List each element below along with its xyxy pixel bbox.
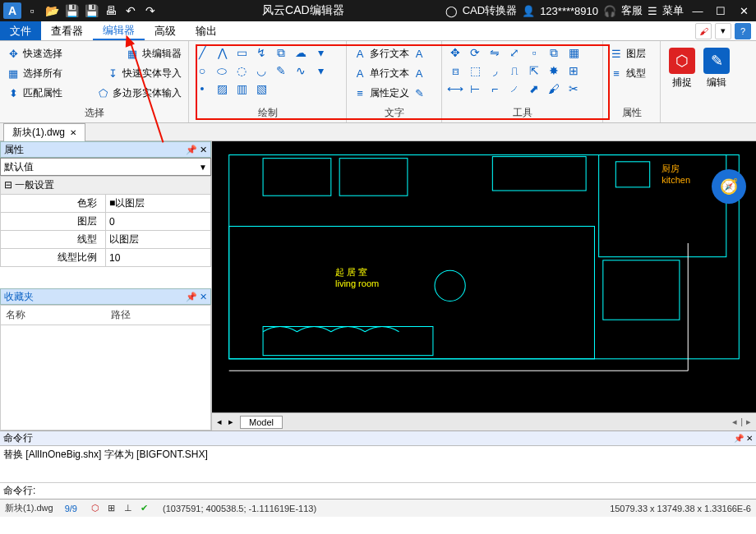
document-tab[interactable]: 新块(1).dwg✕ [3, 123, 85, 141]
polyline-icon[interactable]: ⋀ [214, 44, 230, 61]
cmd-pin-icon[interactable]: 📌 ✕ [734, 434, 753, 443]
tab-next-icon[interactable]: ▸ [228, 417, 233, 427]
style-icon[interactable]: 🖌 [695, 23, 712, 39]
move-icon[interactable]: ✥ [447, 44, 463, 61]
offset-icon[interactable]: ⧈ [447, 62, 463, 79]
group-icon[interactable]: ▦ [565, 44, 582, 61]
paint-icon[interactable]: 🖌 [546, 81, 562, 97]
line-icon[interactable]: ╱ [194, 44, 210, 61]
more-draw-icon[interactable]: ▾ [312, 44, 329, 61]
select-all[interactable]: ▦选择所有 [5, 64, 64, 82]
spline-icon[interactable]: ∿ [293, 62, 309, 79]
attrdef[interactable]: ≡属性定义✎ [352, 84, 436, 102]
undo-icon[interactable]: ↶ [122, 2, 140, 19]
scroll-left-icon[interactable]: ◂ [732, 417, 737, 427]
command-input[interactable]: 命令行: [0, 482, 756, 499]
ring-icon[interactable]: ◌ [233, 62, 250, 79]
new-icon[interactable]: ▫ [23, 2, 41, 19]
redo-icon[interactable]: ↷ [141, 2, 159, 19]
dropdown-icon[interactable]: ▾ [715, 23, 731, 39]
minimize-button[interactable]: — [689, 5, 707, 17]
rotate-icon[interactable]: ⟳ [467, 44, 483, 61]
mtext[interactable]: A多行文本A [352, 44, 436, 62]
dim2-icon[interactable]: ⊢ [467, 81, 483, 97]
break-icon[interactable]: ⎍ [506, 62, 523, 79]
tab-output[interactable]: 输出 [186, 21, 227, 40]
polygon-input[interactable]: ⬠多边形实体输入 [94, 84, 183, 102]
match-props[interactable]: ⬍匹配属性 [5, 84, 64, 102]
close-button[interactable]: ✕ [735, 5, 753, 17]
dim5-icon[interactable]: ⬈ [526, 81, 542, 97]
dim1-icon[interactable]: ⟷ [447, 81, 463, 97]
explode-icon[interactable]: ✸ [546, 62, 562, 79]
tab-prev-icon[interactable]: ◂ [217, 417, 222, 427]
join-icon[interactable]: ⇱ [526, 62, 542, 79]
ellipse-icon[interactable]: ⬭ [214, 62, 230, 79]
prop-group[interactable]: ⊟ 一般设置 [1, 177, 211, 195]
extend-icon[interactable]: ⬚ [467, 62, 483, 79]
clip-icon[interactable]: ✂ [565, 81, 582, 97]
mask-icon[interactable]: ▧ [253, 81, 270, 97]
prop-color[interactable]: ■以图层 [106, 195, 211, 213]
dim4-icon[interactable]: ⟋ [506, 81, 523, 97]
edit-button[interactable]: ✎编辑 [700, 44, 733, 107]
maximize-button[interactable]: ☐ [712, 5, 730, 17]
main-menu[interactable]: 菜单 [662, 3, 684, 18]
user-avatar-icon[interactable]: 👤 [522, 5, 535, 17]
model-tab[interactable]: Model [240, 416, 283, 429]
stext[interactable]: A单行文本A [352, 64, 436, 82]
print-icon[interactable]: 🖶 [102, 2, 120, 19]
osnap-status-icon[interactable]: ✔ [138, 503, 151, 513]
array-icon[interactable]: ⊞ [565, 62, 582, 79]
drawing-canvas[interactable]: 起 居 室living room 厨房kitchen 🧭 [212, 141, 756, 412]
pin-icon[interactable]: 📌 ✕ [186, 145, 207, 155]
arrow-icon[interactable]: ↯ [253, 44, 270, 61]
arc-icon[interactable]: ◡ [253, 62, 270, 79]
menu-icon[interactable]: ☰ [648, 5, 657, 17]
tab-advanced[interactable]: 高级 [145, 21, 186, 40]
support-icon[interactable]: 🎧 [603, 5, 616, 17]
converter-link[interactable]: CAD转换器 [463, 3, 517, 18]
saveas-icon[interactable]: 💾 [82, 2, 100, 19]
pen-icon[interactable]: ✎ [273, 62, 289, 79]
scale-icon[interactable]: ⤢ [506, 44, 523, 61]
tab-editor[interactable]: 编辑器 [93, 21, 145, 40]
trim-icon[interactable]: ▫ [526, 44, 542, 61]
circle-icon[interactable]: ○ [194, 62, 210, 79]
hatch-icon[interactable]: ▨ [214, 81, 230, 97]
prop-ltype[interactable]: 以图层 [106, 231, 211, 249]
tab-viewer[interactable]: 查看器 [41, 21, 93, 40]
mirror-icon[interactable]: ⇋ [486, 44, 503, 61]
copy-icon[interactable]: ⧉ [273, 44, 289, 61]
dim3-icon[interactable]: ⌐ [486, 81, 503, 97]
point-icon[interactable]: • [194, 81, 210, 97]
snap-button[interactable]: ⬡捕捉 [666, 44, 698, 107]
save-icon[interactable]: 💾 [62, 2, 81, 19]
prop-layer[interactable]: 0 [106, 213, 211, 231]
fav-pin-icon[interactable]: 📌 ✕ [186, 292, 207, 302]
scroll-right-icon[interactable]: ▸ [746, 417, 751, 427]
region-icon[interactable]: ▥ [233, 81, 250, 97]
tab-close-icon[interactable]: ✕ [70, 128, 76, 137]
layer-icon[interactable]: ⧉ [546, 44, 562, 61]
help-icon[interactable]: ? [735, 23, 751, 39]
open-icon[interactable]: 📂 [43, 2, 61, 19]
compass-icon[interactable]: 🧭 [712, 169, 746, 204]
quick-import[interactable]: ↧快速实体导入 [104, 64, 183, 82]
rect-icon[interactable]: ▭ [233, 44, 250, 61]
tab-file[interactable]: 文件 [0, 21, 41, 40]
fillet-icon[interactable]: ◞ [486, 62, 503, 79]
ortho-status-icon[interactable]: ⊥ [122, 503, 135, 513]
more-curve-icon[interactable]: ▾ [312, 62, 329, 79]
snap-status-icon[interactable]: ⬡ [89, 503, 102, 513]
grid-status-icon[interactable]: ⊞ [105, 503, 118, 513]
linetype[interactable]: ≡线型 [608, 64, 655, 82]
layers[interactable]: ☰图层 [608, 44, 655, 62]
props-filter[interactable]: 默认值▼ [0, 158, 211, 176]
quick-select[interactable]: ✥快速选择 [5, 44, 64, 62]
prop-ltscale[interactable]: 10 [106, 249, 211, 267]
converter-icon[interactable]: ◯ [445, 5, 458, 17]
block-editor[interactable]: ▦块编辑器 [124, 44, 183, 62]
cloud-icon[interactable]: ☁ [293, 44, 309, 61]
support-link[interactable]: 客服 [621, 3, 643, 18]
